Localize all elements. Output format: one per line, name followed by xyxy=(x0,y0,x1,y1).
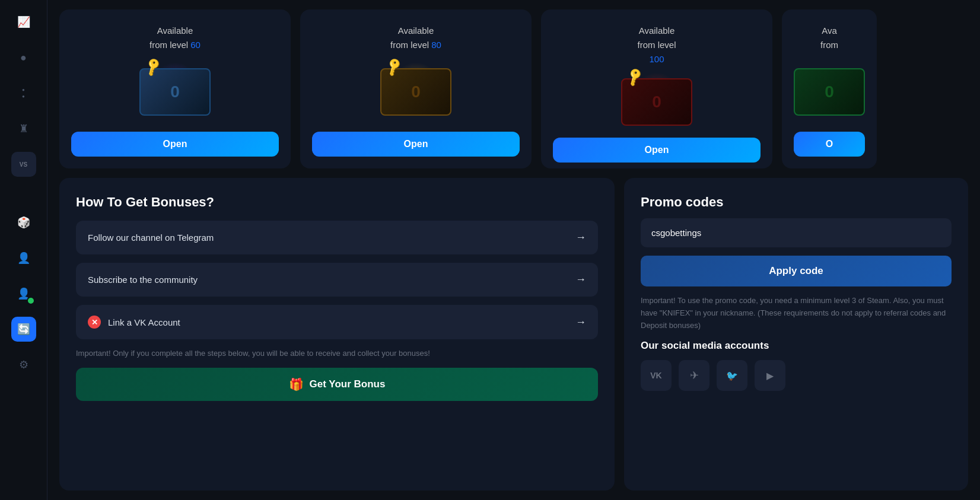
level-cards-row: Available from level 60 0 🔑 Open Availab… xyxy=(59,0,968,178)
bonus-important-notice: Important! Only if you complete all the … xyxy=(76,348,598,359)
open-button-partial[interactable]: O xyxy=(794,132,865,157)
level-card-80: Available from level 80 0 🔑 Open xyxy=(300,9,532,168)
bonus-item-telegram[interactable]: Follow our channel on Telegram → xyxy=(76,221,598,254)
bonus-item-community[interactable]: Subscribe to the community → xyxy=(76,263,598,297)
twitter-social-button[interactable]: 🐦 xyxy=(717,360,747,391)
level-number-80: 80 xyxy=(431,40,441,50)
chart-icon[interactable]: 📈 xyxy=(11,9,36,34)
social-buttons-row: VK ✈ 🐦 ▶ xyxy=(641,360,952,391)
level-number: 60 xyxy=(190,40,201,50)
dice-icon[interactable]: 🎲 xyxy=(11,210,36,235)
available-label-80: Available xyxy=(398,26,434,36)
chest-visual: 0 🔑 xyxy=(128,56,222,128)
rook-icon[interactable]: ♜ xyxy=(11,116,36,141)
open-button-60[interactable]: Open xyxy=(71,132,279,157)
bonus-item-text-community: Subscribe to the community xyxy=(88,275,198,285)
level-number-100: 100 xyxy=(649,54,664,64)
promo-title: Promo codes xyxy=(641,195,952,210)
card-image-area: 0 🔑 xyxy=(71,52,279,132)
card-image-area-partial: 0 xyxy=(794,52,865,132)
bonus-item-text-telegram: Follow our channel on Telegram xyxy=(88,233,214,243)
bonus-item-left-vk: ✕ Link a VK Account xyxy=(88,316,180,329)
promo-notice-text: Important! To use the promo code, you ne… xyxy=(641,295,952,332)
promo-panel: Promo codes Apply code Important! To use… xyxy=(624,178,968,491)
person-silhouette-icon[interactable]: 👤 xyxy=(11,246,36,270)
vk-social-button[interactable]: VK xyxy=(641,360,672,391)
available-label-100: Available xyxy=(639,26,675,36)
card-image-area-100: 0 🔑 xyxy=(553,66,761,138)
promo-code-input[interactable] xyxy=(641,218,952,247)
youtube-social-button[interactable]: ▶ xyxy=(755,360,785,391)
level-card-partial: Ava from 0 O xyxy=(782,9,877,168)
chest-base-partial: 0 xyxy=(794,68,865,116)
bonuses-title: How To Get Bonuses? xyxy=(76,195,598,210)
open-button-80[interactable]: Open xyxy=(312,132,520,157)
from-label-80: from level xyxy=(390,40,429,50)
apply-code-button[interactable]: Apply code xyxy=(641,256,952,286)
bottom-section: How To Get Bonuses? Follow our channel o… xyxy=(59,178,968,500)
from-label-100: from level xyxy=(637,40,676,50)
dots-icon[interactable]: ●● xyxy=(11,81,36,106)
bonus-item-vk[interactable]: ✕ Link a VK Account → xyxy=(76,305,598,339)
chest-visual-partial: 0 xyxy=(794,56,865,128)
bonus-item-left-community: Subscribe to the community xyxy=(88,275,198,285)
card-partial-header: Ava from xyxy=(820,24,838,52)
sidebar: 📈 ● ●● ♜ VS 🎲 👤 👤 🔄 ⚙ xyxy=(0,0,47,500)
youtube-icon: ▶ xyxy=(766,370,774,381)
circle-icon[interactable]: ● xyxy=(11,45,36,70)
bonuses-panel: How To Get Bonuses? Follow our channel o… xyxy=(59,178,615,491)
error-badge-vk: ✕ xyxy=(88,316,101,329)
vk-icon: VK xyxy=(650,371,661,380)
available-label: Available xyxy=(157,26,193,36)
vs-icon[interactable]: VS xyxy=(11,152,36,177)
gear-icon[interactable]: ⚙ xyxy=(11,352,36,377)
chest-visual-80: 0 🔑 xyxy=(368,56,463,128)
get-bonus-label: Get Your Bonus xyxy=(310,378,386,390)
card-image-area-80: 0 🔑 xyxy=(312,52,520,132)
twitter-icon: 🐦 xyxy=(726,370,738,381)
chest-visual-100: 0 🔑 xyxy=(609,66,704,138)
main-content: Available from level 60 0 🔑 Open Availab… xyxy=(47,0,980,500)
from-label: from level xyxy=(149,40,188,50)
card-100-header: Available from level 100 xyxy=(637,24,676,66)
card-80-header: Available from level 80 xyxy=(390,24,441,52)
arrow-icon-vk: → xyxy=(575,316,586,329)
level-card-100: Available from level 100 0 🔑 Open xyxy=(541,9,772,168)
refresh-icon[interactable]: 🔄 xyxy=(11,317,36,342)
gift-icon: 🎁 xyxy=(289,377,304,391)
telegram-social-button[interactable]: ✈ xyxy=(679,360,709,391)
online-user-icon[interactable]: 👤 xyxy=(11,281,36,306)
social-media-title: Our social media accounts xyxy=(641,340,952,352)
telegram-icon: ✈ xyxy=(690,369,699,382)
arrow-icon-telegram: → xyxy=(575,231,586,244)
get-bonus-button[interactable]: 🎁 Get Your Bonus xyxy=(76,368,598,401)
arrow-icon-community: → xyxy=(575,273,586,286)
bonus-item-left-telegram: Follow our channel on Telegram xyxy=(88,233,214,243)
bonus-item-text-vk: Link a VK Account xyxy=(108,317,180,327)
level-card-60: Available from level 60 0 🔑 Open xyxy=(59,9,291,168)
card-60-header: Available from level 60 xyxy=(149,24,201,52)
open-button-100[interactable]: Open xyxy=(553,138,761,163)
